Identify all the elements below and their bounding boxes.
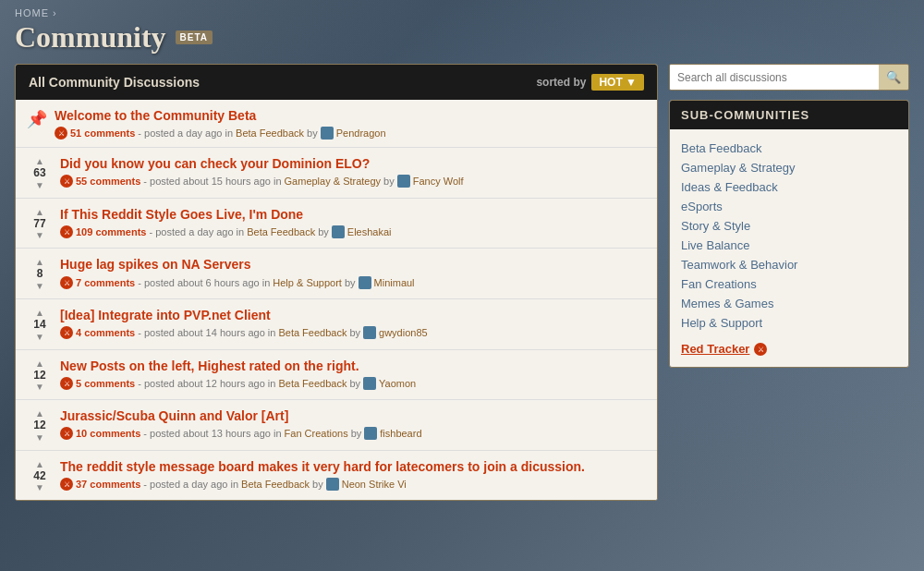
comments-link[interactable]: 4 comments [76,327,135,338]
page-title: Community [15,20,166,55]
sub-community-link[interactable]: Story & Style [681,216,897,236]
sort-controls: sorted by HOT ▼ [536,74,644,91]
discussion-item: ▲ 8 ▼ Huge lag spikes on NA Servers 7 co… [16,249,657,299]
sub-community-link[interactable]: Beta Feedback [681,139,897,158]
discussions-panel: All Community Discussions sorted by HOT … [15,64,658,501]
discussion-item: ▲ 14 ▼ [Idea] Integrate into PVP.net Cli… [16,299,657,350]
category-link[interactable]: Help & Support [273,277,342,288]
discussion-item: ▲ 77 ▼ If This Reddit Style Goes Live, I… [16,199,657,249]
vote-count: 12 [33,419,45,433]
discussion-item: ▲ 12 ▼ New Posts on the left, Highest ra… [16,350,657,401]
avatar-icon [321,127,334,140]
sub-community-link[interactable]: Fan Creations [681,274,897,294]
riot-icon [60,225,73,238]
vote-section[interactable]: ▲ 63 ▼ [27,155,53,190]
category-link[interactable]: Beta Feedback [236,128,304,139]
discussion-content: Did you know you can check your Dominion… [60,155,646,188]
search-button[interactable]: 🔍 [879,65,908,90]
comments-link[interactable]: 10 comments [76,428,140,439]
comments-link[interactable]: 55 comments [76,176,140,187]
comments-link[interactable]: 109 comments [76,226,146,237]
vote-down[interactable]: ▼ [35,231,44,240]
red-tracker-item: Red Tracker [681,336,897,358]
vote-down[interactable]: ▼ [35,483,44,492]
avatar-icon [363,377,376,390]
vote-section[interactable]: ▲ 12 ▼ [27,358,53,393]
vote-down[interactable]: ▼ [35,433,44,443]
category-link[interactable]: Beta Feedback [241,479,310,490]
vote-count: 63 [33,166,45,181]
comments-link[interactable]: 7 comments [76,277,135,288]
comments-link[interactable]: 51 comments [70,128,135,139]
category-link[interactable]: Beta Feedback [278,378,346,389]
author-link[interactable]: Pendragon [336,128,386,139]
vote-down[interactable]: ▼ [35,181,44,190]
sub-communities-panel: SUB-COMMUNITIES Beta FeedbackGameplay & … [669,100,909,368]
discussion-title[interactable]: New Posts on the left, Highest rated on … [60,358,646,374]
riot-icon [60,175,73,188]
discussion-content: [Idea] Integrate into PVP.net Client 4 c… [60,307,646,339]
discussion-content: Jurassic/Scuba Quinn and Valor [Art] 10 … [60,407,646,440]
discussion-meta: 109 comments - posted a day ago in Beta … [60,225,646,238]
sub-community-link[interactable]: Live Balance [681,236,897,255]
category-link[interactable]: Fan Creations [285,428,348,439]
discussion-title[interactable]: If This Reddit Style Goes Live, I'm Done [60,206,646,223]
discussion-title[interactable]: Did you know you can check your Dominion… [60,155,646,172]
author-link[interactable]: Minimaul [374,277,415,288]
comments-link[interactable]: 5 comments [76,378,135,389]
vote-up[interactable]: ▲ [35,157,44,166]
search-bar: 🔍 [669,64,909,91]
vote-down[interactable]: ▼ [35,282,44,291]
author-link[interactable]: Neon Strike Vi [342,479,407,490]
discussion-title[interactable]: Jurassic/Scuba Quinn and Valor [Art] [60,407,646,424]
comments-link[interactable]: 37 comments [76,479,140,490]
discussion-title[interactable]: Huge lag spikes on NA Servers [60,256,646,273]
vote-section[interactable]: ▲ 77 ▼ [27,206,53,241]
sub-community-link[interactable]: eSports [681,197,897,216]
vote-down[interactable]: ▼ [35,333,44,342]
vote-section[interactable]: ▲ 42 ▼ [27,458,53,493]
author-link[interactable]: Eleshakai [347,226,392,237]
vote-section[interactable]: ▲ 12 ▼ [27,407,53,443]
sub-community-link[interactable]: Teamwork & Behavior [681,255,897,274]
pin-icon: 📌 [27,107,47,129]
sub-community-link[interactable]: Gameplay & Strategy [681,158,897,177]
author-link[interactable]: fishbeard [380,428,421,439]
category-link[interactable]: Gameplay & Strategy [285,176,382,187]
discussion-content: Welcome to the Community Beta 51 comment… [55,107,646,140]
discussion-content: New Posts on the left, Highest rated on … [60,358,646,390]
avatar-icon [332,225,345,238]
discussion-meta: 51 comments - posted a day ago in Beta F… [55,127,646,140]
vote-count: 14 [33,318,45,333]
vote-up[interactable]: ▲ [35,309,44,318]
author-link[interactable]: gwydion85 [379,327,428,338]
vote-section[interactable]: ▲ 14 ▼ [27,307,53,342]
vote-up[interactable]: ▲ [35,359,44,369]
discussion-title[interactable]: [Idea] Integrate into PVP.net Client [60,307,646,323]
category-link[interactable]: Beta Feedback [278,327,346,338]
sub-community-link[interactable]: Ideas & Feedback [681,177,897,197]
riot-icon [55,127,67,140]
vote-up[interactable]: ▲ [35,409,44,419]
vote-up[interactable]: ▲ [35,258,44,267]
sub-community-link[interactable]: Help & Support [681,313,897,333]
discussion-title[interactable]: The reddit style message board makes it … [60,458,646,475]
sub-community-link[interactable]: Memes & Games [681,294,897,313]
vote-count: 8 [37,267,43,282]
category-link[interactable]: Beta Feedback [247,226,315,237]
vote-section[interactable]: ▲ 8 ▼ [27,256,53,291]
discussion-content: The reddit style message board makes it … [60,458,646,491]
riot-icon [60,377,73,390]
search-input[interactable] [670,65,879,90]
sort-hot-button[interactable]: HOT ▼ [591,74,644,91]
riot-icon [60,326,73,339]
discussion-meta: 5 comments - posted about 12 hours ago i… [60,377,646,390]
discussion-meta: 10 comments - posted about 13 hours ago … [60,427,646,440]
discussion-title[interactable]: Welcome to the Community Beta [55,107,646,124]
vote-up[interactable]: ▲ [35,460,44,469]
author-link[interactable]: Yaomon [379,378,416,389]
author-link[interactable]: Fancy Wolf [413,176,464,187]
vote-down[interactable]: ▼ [35,383,44,392]
vote-up[interactable]: ▲ [35,208,44,217]
red-tracker-link[interactable]: Red Tracker [681,342,749,356]
